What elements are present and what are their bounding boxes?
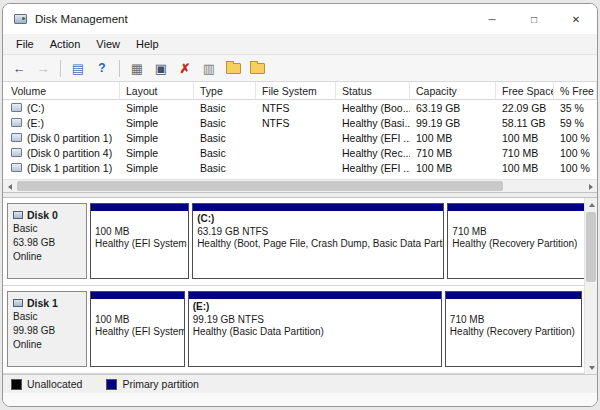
disk-size: 63.98 GB (13, 236, 81, 250)
partition-c[interactable]: (C:) 63.19 GB NTFS Healthy (Boot, Page F… (192, 203, 444, 279)
app-icon (14, 14, 27, 24)
disk-0-info[interactable]: Disk 0 Basic 63.98 GB Online (7, 203, 87, 279)
close-button[interactable]: ✕ (555, 4, 597, 34)
column-header-capacity[interactable]: Capacity (410, 82, 496, 100)
partition-efi[interactable]: 100 MB Healthy (EFI System P (90, 203, 189, 279)
volume-icon (11, 148, 22, 157)
cell-status: Healthy (Basi... (336, 117, 410, 129)
cell-layout: Simple (120, 147, 194, 159)
volume-icon (11, 118, 22, 127)
cell-type: Basic (194, 147, 256, 159)
minimize-button[interactable]: ─ (471, 4, 513, 34)
partition-status: Healthy (EFI System P (95, 238, 184, 251)
cell-pct-free: 35 % (554, 102, 597, 114)
cell-type: Basic (194, 117, 256, 129)
format-icon[interactable]: ▥ (198, 57, 220, 79)
cell-volume: (Disk 0 partition 4) (3, 147, 120, 159)
scroll-down-icon[interactable] (585, 361, 597, 374)
partition-color-bar (193, 204, 443, 211)
cell-type: Basic (194, 132, 256, 144)
partition-recovery[interactable]: 710 MB Healthy (Recovery Partition) (445, 291, 582, 367)
properties-icon[interactable]: ▦ (126, 57, 148, 79)
table-row[interactable]: (C:) Simple Basic NTFS Healthy (Boo... 6… (3, 100, 597, 115)
cell-status: Healthy (EFI ... (336, 132, 410, 144)
graphical-view-pane: Disk 0 Basic 63.98 GB Online 100 MB Heal… (3, 198, 597, 374)
column-header-type[interactable]: Type (194, 82, 256, 100)
partition-efi[interactable]: 100 MB Healthy (EFI System P (90, 291, 185, 367)
column-header-layout[interactable]: Layout (120, 82, 194, 100)
toolbar-separator (119, 60, 120, 77)
table-row[interactable]: (Disk 0 partition 4) Simple Basic Health… (3, 145, 597, 160)
horizontal-scrollbar-thumb[interactable] (17, 181, 503, 191)
scroll-up-icon[interactable] (585, 198, 597, 211)
partition-status: Healthy (Boot, Page File, Crash Dump, Ba… (197, 238, 439, 251)
partition-color-bar (91, 204, 188, 211)
unallocated-swatch (11, 379, 22, 390)
delete-volume-icon[interactable]: ✗ (174, 57, 196, 79)
disk-size: 99.98 GB (13, 324, 81, 338)
column-header-file-system[interactable]: File System (256, 82, 336, 100)
partition-label (95, 213, 184, 226)
partition-e[interactable]: (E:) 99.19 GB NTFS Healthy (Basic Data P… (188, 291, 442, 367)
cell-type: Basic (194, 102, 256, 114)
back-icon[interactable]: ← (8, 57, 30, 79)
vertical-scrollbar-thumb[interactable] (586, 212, 596, 282)
cell-capacity: 100 MB (410, 162, 496, 174)
legend-bar: Unallocated Primary partition (3, 374, 597, 393)
partition-status: Healthy (Recovery Partition) (450, 326, 577, 339)
scroll-left-icon[interactable] (3, 180, 16, 193)
folder-icon (250, 63, 265, 74)
cell-layout: Simple (120, 162, 194, 174)
primary-partition-swatch (106, 379, 117, 390)
disk-1-info[interactable]: Disk 1 Basic 99.98 GB Online (7, 291, 87, 367)
help-icon[interactable]: ? (91, 57, 113, 79)
table-row[interactable]: (E:) Simple Basic NTFS Healthy (Basi... … (3, 115, 597, 130)
table-row[interactable]: (Disk 0 partition 1) Simple Basic Health… (3, 130, 597, 145)
window-bottom-edge (3, 393, 597, 406)
cell-volume: (Disk 1 partition 1) (3, 162, 120, 174)
forward-icon[interactable]: → (32, 57, 54, 79)
folder-icon (226, 63, 241, 74)
table-row[interactable]: (Disk 1 partition 1) Simple Basic Health… (3, 160, 597, 175)
open-folder-icon[interactable] (222, 57, 244, 79)
vertical-scrollbar[interactable] (584, 198, 597, 374)
partition-status: Healthy (Recovery Partition) (452, 238, 597, 251)
menu-view[interactable]: View (88, 36, 128, 52)
cell-status: Healthy (EFI ... (336, 162, 410, 174)
cell-type: Basic (194, 162, 256, 174)
scroll-right-icon[interactable] (584, 180, 597, 193)
cell-layout: Simple (120, 117, 194, 129)
volume-icon (11, 103, 22, 112)
disk-1-row: Disk 1 Basic 99.98 GB Online 100 MB Heal… (3, 286, 584, 374)
cell-pct-free: 100 % (554, 162, 597, 174)
disk-icon (13, 211, 23, 219)
cell-free-space: 58.11 GB (496, 117, 554, 129)
column-header-volume[interactable]: Volume (3, 82, 120, 100)
horizontal-scrollbar[interactable] (3, 179, 597, 192)
cell-free-space: 100 MB (496, 162, 554, 174)
menu-bar: File Action View Help (3, 34, 597, 55)
partition-label (450, 301, 577, 314)
column-header-status[interactable]: Status (336, 82, 410, 100)
cell-volume: (Disk 0 partition 1) (3, 132, 120, 144)
partition-recovery[interactable]: 710 MB Healthy (Recovery Partition) (447, 203, 597, 279)
cell-capacity: 100 MB (410, 132, 496, 144)
explore-folder-icon[interactable] (246, 57, 268, 79)
show-console-tree-icon[interactable]: ▤ (67, 57, 89, 79)
window-title: Disk Management (35, 13, 128, 25)
column-header-free-space[interactable]: Free Space (496, 82, 554, 100)
cell-capacity: 63.19 GB (410, 102, 496, 114)
title-bar: Disk Management ─ □ ✕ (3, 4, 597, 34)
disk-0-row: Disk 0 Basic 63.98 GB Online 100 MB Heal… (3, 198, 584, 286)
disk-name: Disk 1 (27, 296, 58, 310)
cell-pct-free: 59 % (554, 117, 597, 129)
volume-list-header: Volume Layout Type File System Status Ca… (3, 82, 597, 100)
menu-help[interactable]: Help (128, 36, 167, 52)
menu-file[interactable]: File (8, 36, 42, 52)
column-header-pct-free[interactable]: % Free (554, 82, 597, 100)
rescan-disks-icon[interactable]: ▣ (150, 57, 172, 79)
disk-icon (13, 299, 23, 307)
menu-action[interactable]: Action (42, 36, 89, 52)
partition-label (452, 213, 597, 226)
maximize-button[interactable]: □ (513, 4, 555, 34)
